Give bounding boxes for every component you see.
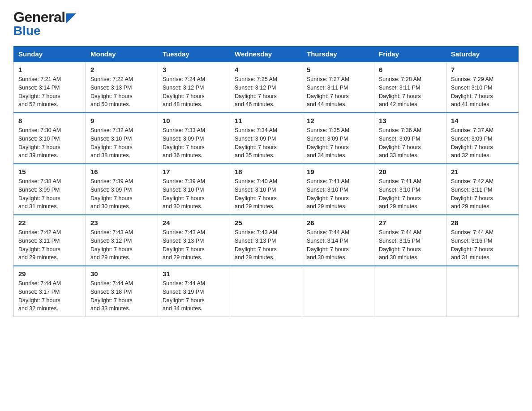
day-number: 15	[18, 168, 81, 176]
calendar-cell: 22 Sunrise: 7:42 AMSunset: 3:11 PMDaylig…	[14, 215, 86, 266]
calendar-cell	[446, 266, 519, 317]
day-number: 19	[307, 168, 369, 176]
day-info: Sunrise: 7:44 AMSunset: 3:16 PMDaylight:…	[451, 229, 493, 261]
day-info: Sunrise: 7:29 AMSunset: 3:10 PMDaylight:…	[451, 76, 493, 107]
calendar-cell: 28 Sunrise: 7:44 AMSunset: 3:16 PMDaylig…	[446, 215, 519, 266]
day-number: 21	[451, 168, 514, 176]
day-info: Sunrise: 7:41 AMSunset: 3:10 PMDaylight:…	[307, 178, 349, 210]
calendar-cell: 2 Sunrise: 7:22 AMSunset: 3:13 PMDayligh…	[86, 62, 158, 113]
calendar-cell: 17 Sunrise: 7:39 AMSunset: 3:10 PMDaylig…	[158, 164, 230, 215]
day-info: Sunrise: 7:39 AMSunset: 3:10 PMDaylight:…	[163, 178, 205, 210]
day-info: Sunrise: 7:38 AMSunset: 3:09 PMDaylight:…	[18, 178, 61, 210]
calendar-cell	[302, 266, 374, 317]
header-cell-wednesday: Wednesday	[230, 47, 302, 62]
calendar-cell: 18 Sunrise: 7:40 AMSunset: 3:10 PMDaylig…	[230, 164, 302, 215]
day-number: 22	[18, 219, 81, 227]
day-number: 10	[163, 117, 225, 124]
day-info: Sunrise: 7:42 AMSunset: 3:11 PMDaylight:…	[451, 178, 493, 210]
day-info: Sunrise: 7:27 AMSunset: 3:11 PMDaylight:…	[307, 76, 349, 107]
day-info: Sunrise: 7:36 AMSunset: 3:09 PMDaylight:…	[379, 127, 421, 158]
day-number: 29	[18, 270, 81, 278]
day-number: 26	[307, 219, 369, 227]
calendar-cell	[374, 266, 446, 317]
calendar-cell: 10 Sunrise: 7:33 AMSunset: 3:09 PMDaylig…	[158, 113, 230, 164]
calendar-cell	[230, 266, 302, 317]
day-info: Sunrise: 7:28 AMSunset: 3:11 PMDaylight:…	[379, 76, 421, 107]
calendar-cell: 13 Sunrise: 7:36 AMSunset: 3:09 PMDaylig…	[374, 113, 446, 164]
day-info: Sunrise: 7:41 AMSunset: 3:10 PMDaylight:…	[379, 178, 421, 210]
day-info: Sunrise: 7:44 AMSunset: 3:17 PMDaylight:…	[18, 280, 61, 312]
day-number: 23	[90, 219, 153, 227]
calendar-table: SundayMondayTuesdayWednesdayThursdayFrid…	[13, 46, 519, 317]
day-number: 7	[451, 66, 514, 73]
day-number: 25	[235, 219, 297, 227]
header-cell-friday: Friday	[374, 47, 446, 62]
day-number: 28	[451, 219, 514, 227]
day-info: Sunrise: 7:43 AMSunset: 3:12 PMDaylight:…	[90, 229, 133, 261]
calendar-cell: 15 Sunrise: 7:38 AMSunset: 3:09 PMDaylig…	[14, 164, 86, 215]
day-number: 20	[379, 168, 442, 176]
day-info: Sunrise: 7:21 AMSunset: 3:14 PMDaylight:…	[18, 76, 61, 107]
day-number: 27	[379, 219, 442, 227]
day-number: 14	[451, 117, 514, 124]
header-cell-tuesday: Tuesday	[158, 47, 230, 62]
day-number: 30	[90, 270, 153, 278]
day-number: 8	[18, 117, 81, 124]
day-info: Sunrise: 7:44 AMSunset: 3:19 PMDaylight:…	[163, 280, 205, 312]
day-number: 4	[235, 66, 297, 73]
header-cell-saturday: Saturday	[446, 47, 519, 62]
week-row-4: 22 Sunrise: 7:42 AMSunset: 3:11 PMDaylig…	[14, 215, 519, 266]
day-number: 24	[163, 219, 225, 227]
day-number: 18	[235, 168, 297, 176]
header-cell-thursday: Thursday	[302, 47, 374, 62]
calendar-cell: 21 Sunrise: 7:42 AMSunset: 3:11 PMDaylig…	[446, 164, 519, 215]
week-row-1: 1 Sunrise: 7:21 AMSunset: 3:14 PMDayligh…	[14, 62, 519, 113]
day-number: 6	[379, 66, 442, 73]
logo-arrow-icon	[66, 13, 76, 23]
calendar-cell: 25 Sunrise: 7:43 AMSunset: 3:13 PMDaylig…	[230, 215, 302, 266]
logo-text-blue: Blue	[13, 24, 41, 38]
day-info: Sunrise: 7:24 AMSunset: 3:12 PMDaylight:…	[163, 76, 205, 107]
day-number: 17	[163, 168, 225, 176]
calendar-cell: 1 Sunrise: 7:21 AMSunset: 3:14 PMDayligh…	[14, 62, 86, 113]
calendar-cell: 8 Sunrise: 7:30 AMSunset: 3:10 PMDayligh…	[14, 113, 86, 164]
day-number: 31	[163, 270, 225, 278]
day-info: Sunrise: 7:43 AMSunset: 3:13 PMDaylight:…	[235, 229, 277, 261]
calendar-cell: 11 Sunrise: 7:34 AMSunset: 3:09 PMDaylig…	[230, 113, 302, 164]
day-info: Sunrise: 7:44 AMSunset: 3:15 PMDaylight:…	[379, 229, 421, 261]
day-number: 11	[235, 117, 297, 124]
day-info: Sunrise: 7:40 AMSunset: 3:10 PMDaylight:…	[235, 178, 277, 210]
calendar-cell: 7 Sunrise: 7:29 AMSunset: 3:10 PMDayligh…	[446, 62, 519, 113]
logo: General Blue	[13, 9, 76, 38]
day-number: 5	[307, 66, 369, 73]
day-info: Sunrise: 7:25 AMSunset: 3:12 PMDaylight:…	[235, 76, 277, 107]
day-info: Sunrise: 7:43 AMSunset: 3:13 PMDaylight:…	[163, 229, 205, 261]
week-row-2: 8 Sunrise: 7:30 AMSunset: 3:10 PMDayligh…	[14, 113, 519, 164]
day-number: 9	[90, 117, 153, 124]
calendar-cell: 24 Sunrise: 7:43 AMSunset: 3:13 PMDaylig…	[158, 215, 230, 266]
calendar-cell: 29 Sunrise: 7:44 AMSunset: 3:17 PMDaylig…	[14, 266, 86, 317]
day-info: Sunrise: 7:22 AMSunset: 3:13 PMDaylight:…	[90, 76, 133, 107]
calendar-cell: 14 Sunrise: 7:37 AMSunset: 3:09 PMDaylig…	[446, 113, 519, 164]
calendar-cell: 9 Sunrise: 7:32 AMSunset: 3:10 PMDayligh…	[86, 113, 158, 164]
day-info: Sunrise: 7:33 AMSunset: 3:09 PMDaylight:…	[163, 127, 205, 158]
calendar-body: 1 Sunrise: 7:21 AMSunset: 3:14 PMDayligh…	[14, 62, 519, 317]
calendar-cell: 3 Sunrise: 7:24 AMSunset: 3:12 PMDayligh…	[158, 62, 230, 113]
day-info: Sunrise: 7:35 AMSunset: 3:09 PMDaylight:…	[307, 127, 349, 158]
calendar-cell: 6 Sunrise: 7:28 AMSunset: 3:11 PMDayligh…	[374, 62, 446, 113]
svg-marker-0	[66, 13, 76, 23]
calendar-cell: 30 Sunrise: 7:44 AMSunset: 3:18 PMDaylig…	[86, 266, 158, 317]
calendar-cell: 26 Sunrise: 7:44 AMSunset: 3:14 PMDaylig…	[302, 215, 374, 266]
day-number: 13	[379, 117, 442, 124]
calendar-cell: 20 Sunrise: 7:41 AMSunset: 3:10 PMDaylig…	[374, 164, 446, 215]
day-number: 2	[90, 66, 153, 73]
calendar-header: SundayMondayTuesdayWednesdayThursdayFrid…	[14, 47, 519, 62]
day-number: 12	[307, 117, 369, 124]
day-info: Sunrise: 7:32 AMSunset: 3:10 PMDaylight:…	[90, 127, 133, 158]
header-row: SundayMondayTuesdayWednesdayThursdayFrid…	[14, 47, 519, 62]
day-info: Sunrise: 7:34 AMSunset: 3:09 PMDaylight:…	[235, 127, 277, 158]
week-row-3: 15 Sunrise: 7:38 AMSunset: 3:09 PMDaylig…	[14, 164, 519, 215]
calendar-cell: 16 Sunrise: 7:39 AMSunset: 3:09 PMDaylig…	[86, 164, 158, 215]
day-number: 1	[18, 66, 81, 73]
header-cell-monday: Monday	[86, 47, 158, 62]
